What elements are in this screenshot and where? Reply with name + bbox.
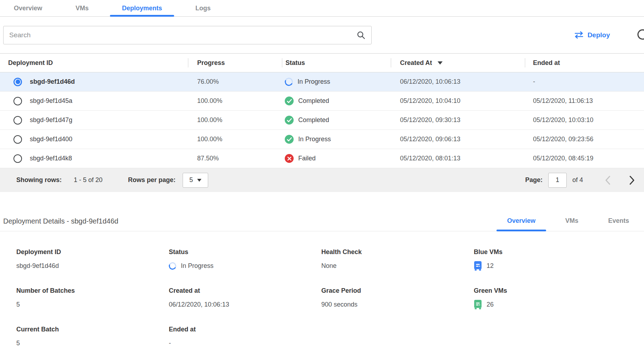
details-tab-events[interactable]: Events (598, 217, 640, 231)
created-at-value: 05/12/2020, 09:30:13 (391, 111, 525, 130)
toolbar: Deploy (0, 17, 644, 53)
details-grid: Deployment ID sbgd-9ef1d46d Status In Pr… (0, 231, 644, 348)
column-header-created-at[interactable]: Created At (391, 54, 525, 72)
deployments-table: Deployment ID Progress Status Created At… (0, 53, 644, 192)
table-row[interactable]: sbgd-9ef1d47g 100.00% Completed 05/12/20… (0, 111, 644, 130)
details-tab-overview[interactable]: Overview (496, 217, 546, 231)
tab-overview[interactable]: Overview (2, 0, 54, 16)
ended-at-value: 05/12/2020, 11:06:13 (525, 92, 644, 110)
pagination: Page: of 4 (525, 173, 635, 188)
page-label: Page: (525, 176, 543, 184)
progress-value: 100.00% (188, 92, 282, 110)
vm-blue-icon (474, 261, 482, 271)
status-label: Completed (298, 97, 329, 105)
radio-selected-icon[interactable] (13, 78, 22, 86)
status-completed-icon (285, 135, 294, 144)
deployment-details-section: Deployment Details - sbgd-9ef1d46d Overv… (0, 192, 644, 348)
column-header-deployment-id: Deployment ID (0, 54, 188, 72)
field-current-batch: Current Batch 5 (16, 326, 169, 348)
deployment-id: sbgd-9ef1d4k8 (30, 155, 72, 162)
table-header-row: Deployment ID Progress Status Created At… (0, 53, 644, 72)
created-at-value: 05/12/2020, 08:01:13 (391, 149, 525, 168)
radio-icon[interactable] (13, 135, 22, 144)
column-header-progress: Progress (188, 54, 282, 72)
details-tab-bar: Overview VMs Events (496, 217, 644, 231)
field-grace-period: Grace Period 900 seconds (321, 287, 474, 309)
field-status: Status In Progress (169, 248, 321, 271)
status-in-progress-icon (284, 77, 294, 87)
status-label: Completed (298, 116, 329, 124)
refresh-icon[interactable] (637, 28, 644, 42)
progress-value: 76.00% (188, 72, 282, 91)
ended-at-value: 05/12/2020, 10:03:10 (525, 111, 644, 130)
table-row[interactable]: sbgd-9ef1d45a 100.00% Completed 05/12/20… (0, 92, 644, 111)
table-row[interactable]: sbgd-9ef1d400 100.00% In Progress 05/12/… (0, 130, 644, 149)
field-blue-vms: Blue VMs 12 (474, 248, 626, 271)
radio-icon[interactable] (13, 116, 22, 125)
status-completed-icon (285, 97, 294, 105)
rows-per-page-value: 5 (189, 176, 193, 184)
page-input[interactable] (548, 173, 567, 188)
field-deployment-id: Deployment ID sbgd-9ef1d46d (16, 248, 169, 271)
search-box[interactable] (3, 26, 372, 44)
status-label: Failed (298, 155, 316, 162)
field-health-check: Health Check None (321, 248, 474, 271)
status-completed-icon (285, 116, 294, 125)
showing-rows-label: Showing rows: (16, 176, 62, 184)
created-at-value: 06/12/2020, 10:06:13 (391, 72, 525, 91)
field-created-at: Created at 06/12/2020, 10:06:13 (169, 287, 321, 309)
status-label: In Progress (298, 78, 330, 86)
ended-at-value: 05/12/2020, 08:45:19 (525, 149, 644, 168)
tab-logs[interactable]: Logs (183, 0, 223, 16)
status-in-progress-icon (168, 261, 177, 271)
created-at-value: 05/12/2020, 10:04:10 (391, 92, 525, 110)
search-icon (356, 31, 366, 40)
deployment-id: sbgd-9ef1d47g (30, 116, 72, 124)
deploy-button-label: Deploy (588, 31, 610, 39)
field-green-vms: Green VMs 26 (474, 287, 626, 309)
created-at-value: 05/12/2020, 09:06:13 (391, 130, 525, 149)
search-input[interactable] (9, 31, 356, 39)
progress-value: 100.00% (188, 130, 282, 149)
column-header-status: Status (282, 54, 391, 72)
deploy-button[interactable]: Deploy (574, 31, 610, 39)
deployment-id: sbgd-9ef1d45a (30, 97, 72, 105)
page-total: of 4 (572, 176, 583, 184)
field-number-of-batches: Number of Batches 5 (16, 287, 169, 309)
deployment-details-title: Deployment Details - sbgd-9ef1d46d (0, 217, 118, 225)
status-failed-icon (285, 154, 294, 163)
swap-arrows-icon (574, 31, 584, 39)
field-ended-at: Ended at - (169, 326, 321, 348)
deployment-id: sbgd-9ef1d400 (30, 136, 72, 143)
ended-at-value: 05/12/2020, 09:23:56 (525, 130, 644, 149)
deployment-id: sbgd-9ef1d46d (30, 78, 75, 86)
chevron-down-icon (197, 179, 201, 182)
previous-page-button[interactable] (605, 176, 611, 185)
ended-at-value: - (525, 72, 644, 91)
progress-value: 100.00% (188, 111, 282, 130)
sort-descending-icon (438, 61, 443, 65)
status-label: In Progress (298, 136, 331, 143)
radio-icon[interactable] (13, 97, 22, 105)
table-footer: Showing rows: 1 - 5 of 20 Rows per page:… (0, 168, 644, 192)
rows-per-page-label: Rows per page: (128, 176, 176, 184)
vm-green-icon (474, 300, 482, 309)
main-tab-bar: Overview VMs Deployments Logs (0, 0, 644, 17)
details-tab-vms[interactable]: VMs (555, 217, 589, 231)
radio-icon[interactable] (13, 154, 22, 163)
progress-value: 87.50% (188, 149, 282, 168)
rows-per-page-select[interactable]: 5 (183, 173, 208, 188)
tab-deployments[interactable]: Deployments (110, 0, 174, 16)
next-page-button[interactable] (629, 176, 635, 185)
tab-vms[interactable]: VMs (63, 0, 101, 16)
showing-rows-value: 1 - 5 of 20 (74, 176, 102, 184)
table-row[interactable]: sbgd-9ef1d4k8 87.50% Failed 05/12/2020, … (0, 149, 644, 168)
column-header-ended-at: Ended at (525, 54, 644, 72)
table-row[interactable]: sbgd-9ef1d46d 76.00% In Progress 06/12/2… (0, 72, 644, 92)
